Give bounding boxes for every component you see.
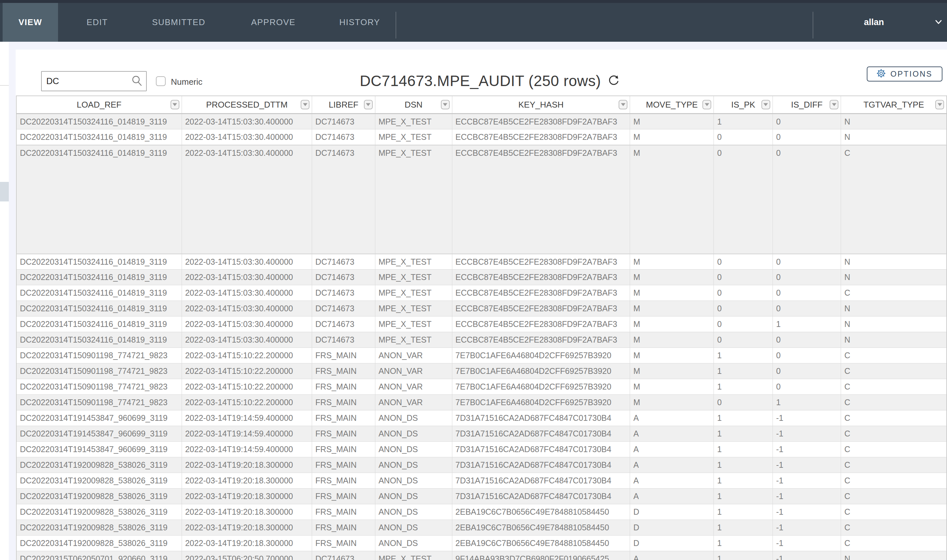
table-cell[interactable]: 1 <box>714 535 773 551</box>
table-cell[interactable]: -1 <box>773 535 841 551</box>
table-cell[interactable]: C <box>841 504 947 520</box>
table-cell[interactable]: 2022-03-14T15:03:30.400000 <box>182 332 312 348</box>
table-cell[interactable]: FRS_MAIN <box>312 504 375 520</box>
table-cell[interactable]: ANON_DS <box>375 411 452 426</box>
table-cell[interactable]: A <box>630 442 714 457</box>
table-cell[interactable]: FRS_MAIN <box>312 363 375 379</box>
table-cell[interactable]: 2022-03-14T19:20:18.300000 <box>182 535 312 551</box>
table-cell[interactable]: C <box>841 489 947 504</box>
table-cell[interactable]: DC20220314T150324116_014819_3119 <box>16 317 182 332</box>
table-cell[interactable]: C <box>841 520 947 535</box>
table-cell[interactable]: DC714673 <box>312 301 375 317</box>
table-cell[interactable]: N <box>841 254 947 269</box>
table-cell[interactable]: FRS_MAIN <box>312 473 375 489</box>
table-cell[interactable]: 7D31A71516CA2AD687FC4847C01730B4 <box>452 411 630 426</box>
table-cell[interactable]: M <box>630 379 714 395</box>
user-menu[interactable]: allan <box>835 3 913 42</box>
table-cell[interactable]: DC714673 <box>312 254 375 269</box>
filter-button[interactable] <box>761 100 770 109</box>
table-cell[interactable]: A <box>630 426 714 442</box>
table-cell[interactable]: MPE_X_TEST <box>375 317 452 332</box>
table-cell[interactable]: A <box>630 489 714 504</box>
table-cell[interactable]: MPE_X_TEST <box>375 332 452 348</box>
table-cell[interactable]: 2022-03-14T19:20:18.300000 <box>182 473 312 489</box>
table-cell[interactable]: 2022-03-15T06:20:50.700000 <box>182 551 312 560</box>
table-cell[interactable]: C <box>841 535 947 551</box>
table-cell[interactable]: DC20220314T192009828_538026_3119 <box>16 504 182 520</box>
table-cell[interactable]: 7D31A71516CA2AD687FC4847C01730B4 <box>452 457 630 473</box>
table-cell[interactable]: N <box>841 129 947 145</box>
table-cell[interactable]: 1 <box>714 442 773 457</box>
table-cell[interactable]: MPE_X_TEST <box>375 145 452 254</box>
nav-tab-view[interactable]: VIEW <box>3 3 58 42</box>
filter-button[interactable] <box>619 100 627 109</box>
table-cell[interactable]: DC20220314T192009828_538026_3119 <box>16 535 182 551</box>
table-cell[interactable]: D <box>630 535 714 551</box>
column-header-move_type[interactable]: MOVE_TYPE <box>630 96 714 114</box>
table-cell[interactable]: 2022-03-14T15:03:30.400000 <box>182 269 312 285</box>
table-cell[interactable]: M <box>630 269 714 285</box>
table-cell[interactable]: 2022-03-14T15:03:30.400000 <box>182 285 312 301</box>
nav-tab-submitted[interactable]: SUBMITTED <box>143 3 214 42</box>
table-cell[interactable]: DC20220314T150324116_014819_3119 <box>16 145 182 254</box>
table-cell[interactable]: 0 <box>714 317 773 332</box>
table-cell[interactable]: FRS_MAIN <box>312 442 375 457</box>
table-cell[interactable]: N <box>841 332 947 348</box>
table-cell[interactable]: M <box>630 285 714 301</box>
table-cell[interactable]: M <box>630 395 714 411</box>
table-cell[interactable]: M <box>630 254 714 269</box>
filter-button[interactable] <box>441 100 450 109</box>
table-cell[interactable]: DC20220314T192009828_538026_3119 <box>16 520 182 535</box>
options-button[interactable]: OPTIONS <box>867 66 942 82</box>
table-cell[interactable]: FRS_MAIN <box>312 395 375 411</box>
table-cell[interactable]: 0 <box>714 145 773 254</box>
table-cell[interactable]: 1 <box>714 551 773 560</box>
table-cell[interactable]: C <box>841 348 947 363</box>
table-cell[interactable]: DC20220314T192009828_538026_3119 <box>16 489 182 504</box>
filter-button[interactable] <box>301 100 310 109</box>
table-cell[interactable]: 0 <box>773 332 841 348</box>
table-cell[interactable]: 2EBA19C6C7B0656C49E7848810584450 <box>452 504 630 520</box>
table-cell[interactable]: ECCBC87E4B5CE2FE28308FD9F2A7BAF3 <box>452 317 630 332</box>
table-cell[interactable]: 0 <box>773 114 841 129</box>
table-cell[interactable]: 1 <box>714 363 773 379</box>
table-cell[interactable]: MPE_X_TEST <box>375 114 452 129</box>
table-cell[interactable]: FRS_MAIN <box>312 411 375 426</box>
table-cell[interactable]: 2022-03-14T15:03:30.400000 <box>182 317 312 332</box>
table-cell[interactable]: DC20220314T150324116_014819_3119 <box>16 254 182 269</box>
table-cell[interactable]: 1 <box>714 504 773 520</box>
table-cell[interactable]: 7E7B0C1AFE6A46804D2CFF69257B3920 <box>452 363 630 379</box>
table-cell[interactable]: 2022-03-14T19:14:59.400000 <box>182 426 312 442</box>
table-cell[interactable]: A <box>630 551 714 560</box>
table-cell[interactable]: ANON_DS <box>375 426 452 442</box>
table-cell[interactable]: ANON_VAR <box>375 395 452 411</box>
table-cell[interactable]: -1 <box>773 457 841 473</box>
column-header-is_diff[interactable]: IS_DIFF <box>773 96 841 114</box>
table-cell[interactable]: ANON_VAR <box>375 363 452 379</box>
table-cell[interactable]: C <box>841 379 947 395</box>
table-cell[interactable]: ECCBC87E4B5CE2FE28308FD9F2A7BAF3 <box>452 301 630 317</box>
table-cell[interactable]: ANON_DS <box>375 520 452 535</box>
table-cell[interactable]: DC20220314T150324116_014819_3119 <box>16 332 182 348</box>
table-cell[interactable]: ECCBC87E4B5CE2FE28308FD9F2A7BAF3 <box>452 145 630 254</box>
table-cell[interactable]: -1 <box>773 504 841 520</box>
nav-tab-edit[interactable]: EDIT <box>71 3 123 42</box>
table-cell[interactable]: 2022-03-14T15:03:30.400000 <box>182 129 312 145</box>
table-cell[interactable]: FRS_MAIN <box>312 535 375 551</box>
nav-tab-history[interactable]: HISTORY <box>324 3 396 42</box>
table-cell[interactable]: 0 <box>773 301 841 317</box>
column-header-tgtvar_type[interactable]: TGTVAR_TYPE <box>841 96 947 114</box>
table-cell[interactable]: 0 <box>714 395 773 411</box>
table-cell[interactable]: 2022-03-14T15:03:30.400000 <box>182 254 312 269</box>
table-cell[interactable]: MPE_X_TEST <box>375 129 452 145</box>
table-cell[interactable]: FRS_MAIN <box>312 457 375 473</box>
table-cell[interactable]: DC20220314T192009828_538026_3119 <box>16 457 182 473</box>
table-cell[interactable]: -1 <box>773 442 841 457</box>
nav-tab-approve[interactable]: APPROVE <box>236 3 311 42</box>
table-cell[interactable]: FRS_MAIN <box>312 489 375 504</box>
table-cell[interactable]: 0 <box>714 254 773 269</box>
table-cell[interactable]: ECCBC87E4B5CE2FE28308FD9F2A7BAF3 <box>452 129 630 145</box>
table-cell[interactable]: DC714673 <box>312 285 375 301</box>
table-cell[interactable]: C <box>841 285 947 301</box>
table-cell[interactable]: -1 <box>773 411 841 426</box>
